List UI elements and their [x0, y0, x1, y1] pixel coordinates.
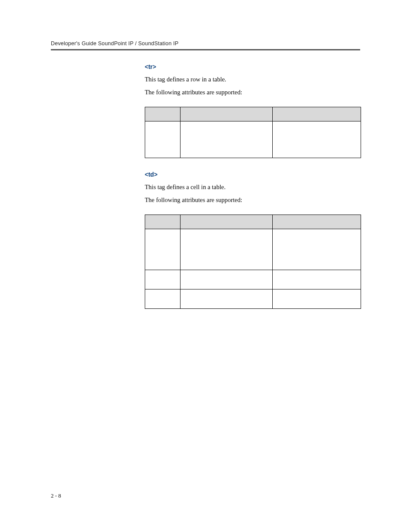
th-attribute — [145, 215, 181, 229]
td-attribute — [145, 229, 181, 270]
td-attributes-table — [145, 215, 361, 309]
table-header-row — [145, 215, 361, 229]
tr-paragraph-1: This tag defines a row in a table. — [145, 75, 360, 84]
heading-tr: <tr> — [145, 63, 360, 70]
table-header-row — [145, 107, 361, 121]
td-value — [180, 229, 273, 270]
td-description — [273, 270, 361, 289]
td-description — [273, 289, 361, 308]
table-row — [145, 229, 361, 270]
td-attribute — [145, 289, 181, 308]
table-row — [145, 270, 361, 289]
content-area: <tr> This tag defines a row in a table. … — [145, 63, 360, 309]
tr-paragraph-2: The following attributes are supported: — [145, 87, 360, 97]
th-attribute — [145, 107, 181, 121]
td-description — [273, 121, 361, 158]
td-value — [180, 289, 273, 308]
running-head: Developer's Guide SoundPoint IP / SoundS… — [51, 40, 360, 47]
td-description — [273, 229, 361, 270]
th-description — [273, 215, 361, 229]
table-row — [145, 121, 361, 158]
td-paragraph-1: This tag defines a cell in a table. — [145, 182, 360, 192]
th-description — [273, 107, 361, 121]
header-rule — [51, 49, 360, 50]
tr-attributes-table — [145, 107, 361, 158]
table-row — [145, 289, 361, 308]
page-number: 2 - 8 — [51, 492, 61, 499]
th-value — [180, 107, 273, 121]
page: Developer's Guide SoundPoint IP / SoundS… — [0, 0, 411, 532]
td-paragraph-2: The following attributes are supported: — [145, 195, 360, 205]
td-value — [180, 121, 273, 158]
td-attribute — [145, 121, 181, 158]
td-value — [180, 270, 273, 289]
th-value — [180, 215, 273, 229]
td-attribute — [145, 270, 181, 289]
heading-td: <td> — [145, 171, 360, 178]
